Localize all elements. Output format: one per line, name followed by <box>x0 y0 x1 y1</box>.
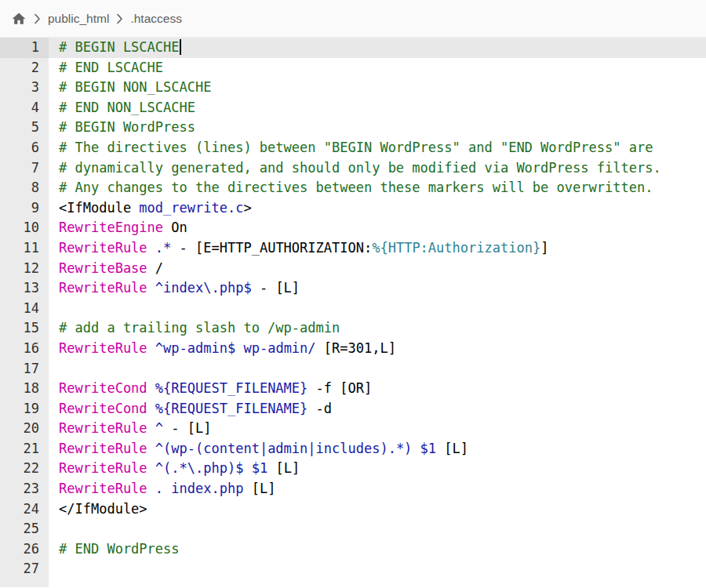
line-number: 4 <box>0 98 49 118</box>
line-number: 5 <box>0 118 49 138</box>
line-number: 14 <box>0 299 49 319</box>
code-line[interactable]: 5# BEGIN WordPress <box>0 118 706 138</box>
code-line[interactable]: 15# add a trailing slash to /wp-admin <box>0 318 706 339</box>
code-line-text[interactable] <box>49 519 706 539</box>
code-line-text[interactable]: # dynamically generated, and should only… <box>49 158 706 179</box>
code-token-plain: ] <box>540 240 548 256</box>
code-line[interactable]: 14 <box>0 299 706 319</box>
code-token-string: mod_rewrite.c <box>139 200 243 216</box>
code-line-text[interactable]: RewriteRule ^(.*\.php)$ $1 [L] <box>49 459 706 479</box>
line-number: 16 <box>0 339 49 359</box>
code-line-text[interactable]: # END LSCACHE <box>49 58 706 78</box>
code-line[interactable]: 13RewriteRule ^index\.php$ - [L] <box>0 278 706 299</box>
code-line-text[interactable]: RewriteCond %{REQUEST_FILENAME} -d <box>49 399 706 419</box>
code-line[interactable]: 18RewriteCond %{REQUEST_FILENAME} -f [OR… <box>0 379 706 399</box>
code-token-keyword: RewriteCond <box>59 401 147 416</box>
code-token-string: ^(wp-(content|admin|includes).*) <box>155 441 413 456</box>
code-line[interactable]: 4# END NON_LSCACHE <box>0 98 706 118</box>
code-token-keyword: RewriteRule <box>59 441 147 456</box>
code-token-keyword: RewriteRule <box>59 460 147 476</box>
code-token-keyword: RewriteCond <box>59 380 147 396</box>
line-number: 22 <box>0 459 49 479</box>
code-line-text[interactable]: RewriteRule ^(wp-(content|admin|includes… <box>49 439 706 459</box>
code-line-text[interactable]: RewriteRule ^index\.php$ - [L] <box>49 278 706 299</box>
code-token-string: ^(.*\.php)$ <box>155 460 244 476</box>
code-token-keyword: RewriteRule <box>59 420 147 436</box>
code-line[interactable]: 11RewriteRule .* - [E=HTTP_AUTHORIZATION… <box>0 238 706 259</box>
code-line-text[interactable] <box>49 359 706 379</box>
code-token-string: . <box>155 481 163 496</box>
code-line[interactable]: 10RewriteEngine On <box>0 218 706 238</box>
code-line-text[interactable]: RewriteEngine On <box>49 218 706 238</box>
code-token-plain: <IfModule <box>59 200 139 216</box>
code-line[interactable]: 16RewriteRule ^wp-admin$ wp-admin/ [R=30… <box>0 339 706 359</box>
code-line[interactable]: 9<IfModule mod_rewrite.c> <box>0 198 706 219</box>
code-editor[interactable]: 1# BEGIN LSCACHE2# END LSCACHE3# BEGIN N… <box>0 38 706 587</box>
code-line-text[interactable] <box>49 299 706 319</box>
code-line-text[interactable]: # BEGIN LSCACHE <box>49 38 706 58</box>
line-number: 26 <box>0 539 49 560</box>
code-line[interactable]: 6# The directives (lines) between "BEGIN… <box>0 138 706 158</box>
code-line[interactable]: 20RewriteRule ^ - [L] <box>0 419 706 439</box>
line-number: 6 <box>0 138 49 158</box>
code-line[interactable]: 19RewriteCond %{REQUEST_FILENAME} -d <box>0 399 706 419</box>
code-line-text[interactable]: RewriteBase / <box>49 259 706 279</box>
code-line-text[interactable]: # The directives (lines) between "BEGIN … <box>49 138 706 158</box>
line-number: 20 <box>0 419 49 439</box>
code-line[interactable]: 23RewriteRule . index.php [L] <box>0 479 706 499</box>
code-token-plain <box>235 340 243 356</box>
code-token-keyword: RewriteBase <box>59 260 147 276</box>
code-token-string: $1 <box>420 441 436 456</box>
code-line-text[interactable]: # Any changes to the directives between … <box>49 178 706 198</box>
code-token-plain: [R=301,L] <box>316 340 396 356</box>
code-line[interactable]: 21RewriteRule ^(wp-(content|admin|includ… <box>0 439 706 459</box>
code-line-text[interactable]: RewriteRule . index.php [L] <box>49 479 706 499</box>
code-line-text[interactable]: RewriteRule ^wp-admin$ wp-admin/ [R=301,… <box>49 339 706 359</box>
code-token-keyword: RewriteEngine <box>59 220 163 235</box>
code-line[interactable]: 25 <box>0 519 706 539</box>
code-line[interactable]: 24</IfModule> <box>0 499 706 520</box>
code-line[interactable]: 2# END LSCACHE <box>0 58 706 78</box>
code-line-text[interactable]: <IfModule mod_rewrite.c> <box>49 198 706 219</box>
code-token-plain <box>147 481 155 496</box>
code-line-text[interactable]: RewriteRule .* - [E=HTTP_AUTHORIZATION:%… <box>49 238 706 259</box>
code-line-text[interactable]: </IfModule> <box>49 499 706 520</box>
code-line-text[interactable]: # END WordPress <box>49 539 706 560</box>
code-token-plain <box>147 380 155 396</box>
code-line[interactable]: 22RewriteRule ^(.*\.php)$ $1 [L] <box>0 459 706 479</box>
code-line[interactable]: 26# END WordPress <box>0 539 706 560</box>
code-token-plain: [L] <box>436 441 468 456</box>
code-token-string: ^index\.php$ <box>155 280 252 296</box>
breadcrumb-item-public-html[interactable]: public_html <box>48 12 109 26</box>
line-number: 21 <box>0 439 49 459</box>
code-token-plain <box>147 340 155 356</box>
code-line[interactable]: 17 <box>0 359 706 379</box>
code-token-string: %{REQUEST_FILENAME} <box>155 380 308 396</box>
code-line[interactable]: 27 <box>0 559 706 579</box>
code-line-text[interactable] <box>49 559 706 579</box>
code-token-plain: - [L] <box>252 280 300 296</box>
code-line-text[interactable]: # BEGIN WordPress <box>49 118 706 138</box>
code-token-plain: > <box>243 200 251 216</box>
code-token-string: index.php <box>171 481 243 496</box>
chevron-right-icon <box>116 13 123 24</box>
code-line[interactable]: 12RewriteBase / <box>0 259 706 279</box>
code-token-comment: # BEGIN WordPress <box>59 119 195 135</box>
line-number: 19 <box>0 399 49 419</box>
code-line[interactable]: 8# Any changes to the directives between… <box>0 178 706 198</box>
code-token-string: ^ <box>155 420 163 436</box>
code-line[interactable]: 7# dynamically generated, and should onl… <box>0 158 706 179</box>
code-token-string: .* <box>155 240 171 256</box>
code-line-text[interactable]: # BEGIN NON_LSCACHE <box>49 78 706 98</box>
code-token-plain <box>147 441 155 456</box>
code-line-text[interactable]: # END NON_LSCACHE <box>49 98 706 118</box>
code-token-plain: / <box>147 260 163 276</box>
line-number: 7 <box>0 158 49 179</box>
code-line[interactable]: 3# BEGIN NON_LSCACHE <box>0 78 706 98</box>
code-lines: 1# BEGIN LSCACHE2# END LSCACHE3# BEGIN N… <box>0 38 706 579</box>
code-line-text[interactable]: # add a trailing slash to /wp-admin <box>49 318 706 339</box>
code-line-text[interactable]: RewriteRule ^ - [L] <box>49 419 706 439</box>
breadcrumb-home[interactable] <box>11 11 27 27</box>
code-line[interactable]: 1# BEGIN LSCACHE <box>0 38 706 58</box>
code-line-text[interactable]: RewriteCond %{REQUEST_FILENAME} -f [OR] <box>49 379 706 399</box>
